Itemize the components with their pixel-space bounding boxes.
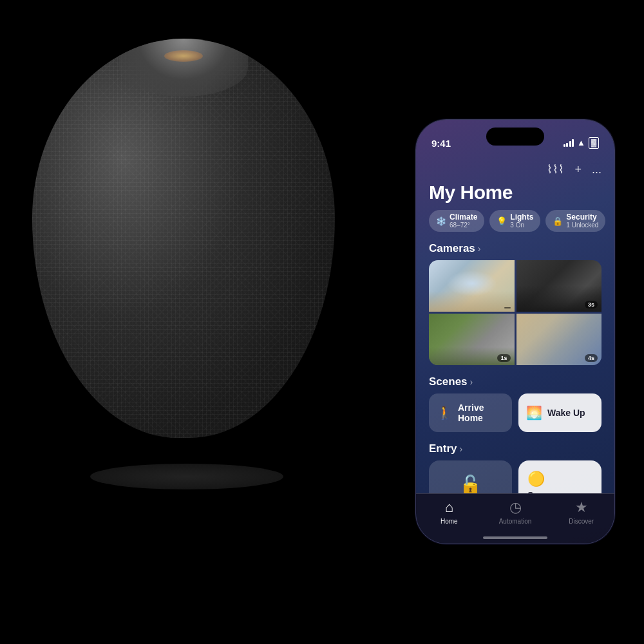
header-icons: ⌇⌇⌇ + ... [547, 162, 601, 176]
camera-cell-3[interactable]: 1s [429, 314, 515, 365]
camera-badge-3: 1s [497, 354, 510, 362]
security-icon: 🔒 [553, 216, 563, 226]
lights-value: 3 On [510, 222, 533, 229]
camera-badge-4: 4s [585, 354, 598, 362]
siri-waveform-button[interactable]: ⌇⌇⌇ [547, 162, 564, 176]
page-title: My Home [416, 179, 614, 210]
camera-badge-2: 3s [585, 301, 598, 308]
discover-tab-label: Discover [569, 518, 594, 525]
homepod-base [90, 464, 283, 489]
security-label: Security [566, 213, 598, 222]
entry-chevron-icon: › [459, 444, 462, 454]
arrive-home-label: Arrive Home [458, 402, 504, 423]
entry-cards: 🔓 Front Door 🟡 Sconces On [429, 460, 601, 493]
lights-label: Lights [510, 213, 533, 222]
cameras-chevron-icon: › [478, 243, 481, 254]
camera-badge-1 [504, 307, 511, 308]
arrive-home-icon: 🚶 [437, 405, 453, 421]
scenes-section-header[interactable]: Scenes › [416, 373, 614, 393]
screen: 9:41 ▲ ▓ ⌇⌇⌇ [416, 120, 614, 544]
home-tab-label: Home [440, 518, 458, 525]
iphone: 9:41 ▲ ▓ ⌇⌇⌇ [415, 119, 615, 544]
iphone-body: 9:41 ▲ ▓ ⌇⌇⌇ [415, 119, 615, 544]
camera-cell-2[interactable]: 3s [516, 260, 602, 312]
climate-label: Climate [450, 213, 477, 222]
scenes-row: 🚶 Arrive Home 🌅 Wake Up [429, 393, 601, 432]
automation-tab-icon: ◷ [509, 499, 522, 516]
app-header: ⌇⌇⌇ + ... [416, 157, 614, 179]
battery-icon: ▓ [589, 137, 599, 148]
cameras-title: Cameras [429, 242, 475, 255]
status-time: 9:41 [431, 138, 451, 149]
camera-grid: 3s 1s 4s [429, 260, 601, 365]
lights-icon: 💡 [497, 216, 507, 226]
tab-discover[interactable]: ★ Discover [548, 499, 614, 525]
sconces-icon: 🟡 [527, 471, 592, 488]
wake-up-label: Wake Up [547, 408, 585, 418]
category-pills: ❄️ Climate 68–72° 💡 Lights 3 On [416, 210, 614, 240]
security-pill[interactable]: 🔒 Security 1 Unlocked [545, 210, 605, 232]
homepod-top [119, 39, 248, 97]
front-door-card[interactable]: 🔓 Front Door [429, 460, 512, 493]
signal-icon [564, 139, 574, 147]
climate-value: 68–72° [450, 222, 477, 229]
status-icons: ▲ ▓ [564, 137, 599, 148]
automation-tab-label: Automation [499, 518, 532, 525]
wifi-icon: ▲ [577, 138, 585, 147]
more-button[interactable]: ... [592, 163, 601, 176]
homepod-body [32, 39, 335, 438]
homepod-light [164, 50, 203, 62]
add-button[interactable]: + [574, 163, 582, 176]
security-value: 1 Unlocked [566, 222, 598, 229]
homepod [19, 39, 354, 477]
dynamic-island [486, 128, 544, 146]
sconces-card[interactable]: 🟡 Sconces On [518, 460, 601, 493]
climate-icon: ❄️ [436, 216, 446, 226]
lights-pill[interactable]: 💡 Lights 3 On [489, 210, 540, 232]
camera-cell-4[interactable]: 4s [516, 314, 602, 365]
home-tab-icon: ⌂ [445, 499, 453, 516]
wake-up-scene[interactable]: 🌅 Wake Up [518, 393, 601, 432]
homepod-mesh [32, 39, 335, 438]
wake-up-icon: 🌅 [526, 405, 542, 421]
tab-automation[interactable]: ◷ Automation [482, 499, 549, 525]
scenes-title: Scenes [429, 375, 468, 388]
tab-home[interactable]: ⌂ Home [416, 499, 482, 525]
discover-tab-icon: ★ [575, 499, 588, 516]
home-indicator [483, 536, 547, 539]
entry-title: Entry [429, 442, 457, 455]
camera-cell-1[interactable] [429, 260, 515, 312]
lock-icon: 🔓 [459, 474, 482, 493]
scroll-area: ⌇⌇⌇ + ... My Home ❄️ Climate 68–72° [416, 157, 614, 493]
climate-pill[interactable]: ❄️ Climate 68–72° [429, 210, 484, 232]
cameras-section-header[interactable]: Cameras › [416, 240, 614, 260]
entry-section-header[interactable]: Entry › [416, 440, 614, 460]
arrive-home-scene[interactable]: 🚶 Arrive Home [429, 393, 512, 432]
scenes-chevron-icon: › [470, 377, 473, 387]
